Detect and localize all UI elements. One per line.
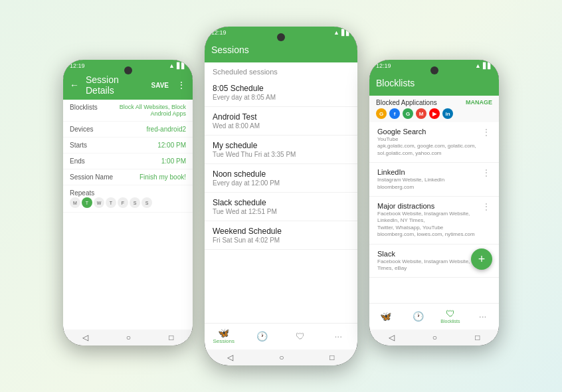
day-wed[interactable]: W: [94, 197, 104, 208]
list-item[interactable]: Major distractions Facebook Website, Ins…: [369, 197, 499, 245]
camera-notch-center: [277, 33, 285, 41]
session-name-row: Session Name Finish my book!: [63, 169, 193, 185]
session-sub-1: Wed at 8:00 AM: [213, 122, 260, 130]
nav-sessions-right[interactable]: 🦋: [372, 312, 399, 321]
nav-history-right[interactable]: 🕐: [405, 312, 431, 321]
nav-sessions[interactable]: 🦋 Sessions: [211, 328, 237, 344]
section-header-sessions: Scheduled sessions: [205, 62, 357, 78]
fab-add-button[interactable]: +: [471, 248, 492, 270]
sessions-list: 8:05 Schedule Every day at 8:05 AM Andro…: [205, 78, 357, 323]
app-bar-actions-left: SAVE ⋮: [151, 80, 187, 90]
list-item[interactable]: Weekend Schedule Fri Sat Sun at 4:02 PM: [205, 221, 357, 250]
session-item-left-0: 8:05 Schedule Every day at 8:05 AM: [213, 84, 276, 101]
back-sys-icon[interactable]: ◁: [82, 333, 88, 342]
app-icon-linkedin: in: [442, 108, 453, 119]
wifi-icon-center: ▲: [333, 29, 339, 36]
app-icon-gmail: M: [416, 108, 426, 119]
item-menu-icon-2[interactable]: ⋮: [482, 202, 491, 211]
nav-blocklists[interactable]: 🛡: [287, 332, 314, 342]
session-title-3: Noon schedule: [213, 169, 280, 179]
blocklists-content: Blocked Applications G f G M ▶ in MANAGE…: [369, 96, 499, 303]
bl-item-content-1: LinkedIn Instagram Website, LinkedInbloo…: [377, 168, 444, 191]
session-sub-4: Tue Wed at 12:51 PM: [213, 208, 277, 215]
devices-label: Devices: [70, 126, 106, 133]
list-item[interactable]: My schedule Tue Wed Thu Fri at 3:35 PM: [205, 136, 357, 164]
session-title-1: Android Test: [213, 112, 260, 122]
day-sun[interactable]: S: [141, 197, 152, 208]
bottom-nav-center: 🦋 Sessions 🕐 🛡 ···: [205, 323, 357, 349]
bottom-nav-right: 🦋 🕐 🛡 Blocklists ···: [369, 303, 499, 330]
day-fri[interactable]: F: [118, 197, 128, 208]
session-sub-3: Every day at 12:00 PM: [213, 179, 280, 187]
recents-sys-icon[interactable]: □: [169, 333, 173, 342]
repeats-label: Repeats: [70, 189, 106, 197]
bl-sub-3: Facebook Website, Instagram Website, NY …: [377, 258, 482, 272]
nav-more[interactable]: ···: [325, 332, 351, 342]
app-icon-youtube: ▶: [429, 108, 440, 119]
overflow-menu-icon[interactable]: ⋮: [177, 80, 186, 90]
session-name-value: Finish my book!: [140, 173, 186, 181]
back-sys-icon-r[interactable]: ◁: [389, 333, 395, 342]
day-thu[interactable]: T: [106, 197, 116, 208]
recents-sys-icon-c[interactable]: □: [329, 353, 334, 362]
app-bar-title-left: Session Details: [86, 74, 147, 96]
list-item[interactable]: Android Test Wed at 8:00 AM: [205, 107, 357, 136]
home-sys-icon-r[interactable]: ○: [432, 333, 437, 342]
bl-title-1: LinkedIn: [377, 168, 444, 176]
nav-blocklists-right[interactable]: 🛡 Blocklists: [437, 309, 464, 324]
home-sys-icon[interactable]: ○: [126, 333, 131, 342]
repeat-days: M T W T F S S: [70, 197, 152, 208]
session-item-left-2: My schedule Tue Wed Thu Fri at 3:35 PM: [213, 141, 296, 158]
blocklists-icon: 🛡: [296, 332, 305, 341]
save-button[interactable]: SAVE: [151, 82, 169, 89]
blocklists-row: Blocklists Block All Websites, Block And…: [63, 100, 193, 122]
bl-title-2: Major distractions: [377, 202, 482, 210]
blocklists-label: Blocklists: [70, 104, 106, 111]
list-item[interactable]: Noon schedule Every day at 12:00 PM: [205, 164, 357, 193]
recents-sys-icon-r[interactable]: □: [475, 333, 480, 342]
list-item[interactable]: LinkedIn Instagram Website, LinkedInbloo…: [369, 163, 499, 197]
left-phone: 12:19 ▲ ▋▋ ← Session Details SAVE ⋮ Bloc…: [63, 60, 193, 345]
nav-more-right[interactable]: ···: [470, 312, 496, 321]
day-tue[interactable]: T: [82, 197, 92, 208]
session-item-left-3: Noon schedule Every day at 12:00 PM: [213, 169, 280, 187]
blocklists-icon-right: 🛡: [446, 309, 455, 318]
day-mon[interactable]: M: [70, 197, 80, 208]
bl-sub-1: Instagram Website, LinkedInbloomberg.com: [377, 177, 444, 191]
item-menu-icon-1[interactable]: ⋮: [482, 168, 491, 177]
right-phone: 12:19 ▲ ▋▋ Blocklists Blocked Applicatio…: [369, 60, 499, 345]
manage-button[interactable]: MANAGE: [466, 99, 492, 106]
blocklists-value: Block All Websites, Block Android Apps: [113, 104, 186, 117]
session-title-2: My schedule: [213, 141, 296, 150]
bl-sub-0: YouTubeapk.golatic.com, google.com, gola…: [377, 136, 476, 157]
list-item[interactable]: Google Search YouTubeapk.golatic.com, go…: [369, 122, 499, 163]
right-screen: 12:19 ▲ ▋▋ Blocklists Blocked Applicatio…: [369, 60, 499, 345]
status-icons-center: ▲ ▋▋: [333, 29, 351, 36]
item-menu-icon-0[interactable]: ⋮: [482, 128, 491, 137]
signal-icon-right: ▋▋: [483, 62, 492, 69]
app-icon-google: G: [403, 108, 413, 119]
devices-value: fred-android2: [147, 126, 186, 133]
session-item-left-5: Weekend Schedule Fri Sat Sun at 4:02 PM: [213, 227, 282, 244]
nav-history[interactable]: 🕐: [248, 332, 275, 342]
day-sat[interactable]: S: [130, 197, 140, 208]
back-sys-icon-c[interactable]: ◁: [227, 353, 233, 362]
back-icon[interactable]: ←: [70, 80, 79, 90]
home-sys-icon-c[interactable]: ○: [279, 353, 284, 362]
more-icon-right: ···: [479, 312, 487, 321]
sessions-icon: 🦋: [218, 328, 229, 338]
ends-label: Ends: [70, 157, 106, 165]
session-sub-5: Fri Sat Sun at 4:02 PM: [213, 237, 282, 244]
list-item[interactable]: 8:05 Schedule Every day at 8:05 AM: [205, 78, 357, 107]
session-item-left-1: Android Test Wed at 8:00 AM: [213, 112, 260, 130]
history-icon: 🕐: [256, 332, 268, 341]
list-item[interactable]: Slack schedule Tue Wed at 12:51 PM: [205, 193, 357, 221]
devices-row: Devices fred-android2: [63, 122, 193, 138]
app-bar-title-center: Sessions: [211, 45, 351, 55]
session-sub-0: Every day at 8:05 AM: [213, 94, 276, 101]
session-sub-2: Tue Wed Thu Fri at 3:35 PM: [213, 151, 296, 158]
app-bar-title-right: Blocklists: [376, 78, 492, 88]
session-title-5: Weekend Schedule: [213, 227, 282, 236]
left-screen: 12:19 ▲ ▋▋ ← Session Details SAVE ⋮ Bloc…: [63, 60, 193, 345]
status-time-right: 12:19: [376, 62, 391, 69]
